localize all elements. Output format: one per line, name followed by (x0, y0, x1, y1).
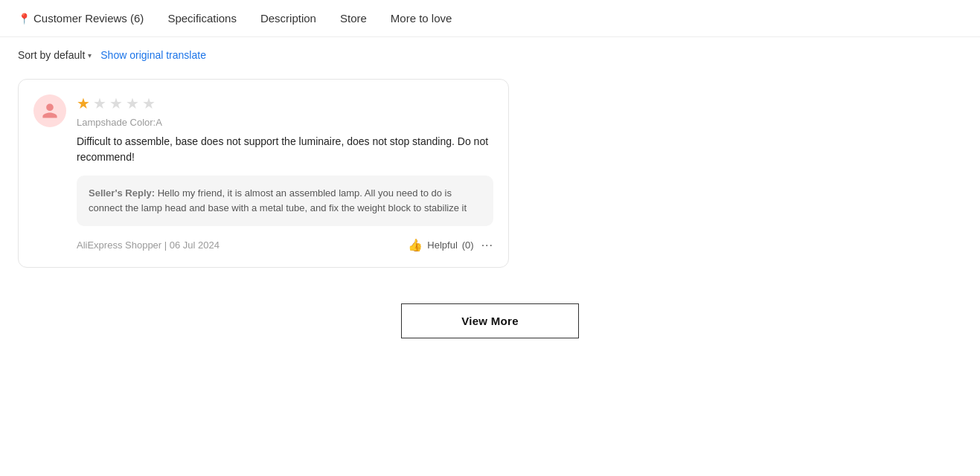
seller-reply: Seller's Reply: Hello my friend, it is a… (77, 176, 493, 226)
controls-row: Sort by default ▾ Show original translat… (0, 37, 980, 67)
review-text: Difficult to assemble, base does not sup… (77, 134, 493, 165)
nav-specifications[interactable]: Specifications (167, 12, 237, 25)
chevron-down-icon: ▾ (88, 51, 92, 60)
sort-dropdown[interactable]: Sort by default ▾ (18, 49, 92, 61)
seller-reply-content: Seller's Reply: Hello my friend, it is a… (89, 187, 467, 213)
helpful-actions: 👍 Helpful (0) ··· (408, 238, 493, 252)
star-4: ★ (126, 94, 139, 112)
review-card: ★ ★ ★ ★ ★ Lampshade Color:A Difficult to… (18, 79, 509, 268)
nav-description[interactable]: Description (260, 12, 316, 25)
top-navigation: 📍 Customer Reviews (6) Specifications De… (0, 0, 980, 37)
user-icon (41, 102, 59, 120)
avatar (33, 94, 66, 127)
nav-store[interactable]: Store (340, 12, 367, 25)
star-2: ★ (93, 94, 106, 112)
thumbs-up-icon: 👍 (408, 238, 423, 252)
view-more-button[interactable]: View More (401, 303, 579, 338)
review-footer: AliExpress Shopper | 06 Jul 2024 👍 Helpf… (77, 238, 493, 252)
review-content: ★ ★ ★ ★ ★ Lampshade Color:A Difficult to… (77, 94, 493, 252)
reviewer-info: AliExpress Shopper | 06 Jul 2024 (77, 239, 220, 251)
view-more-container: View More (0, 280, 980, 356)
product-variant: Lampshade Color:A (77, 117, 493, 128)
pin-icon: 📍 (18, 13, 31, 25)
show-original-translate-link[interactable]: Show original translate (100, 49, 206, 61)
more-options-button[interactable]: ··· (481, 239, 493, 252)
seller-reply-label: Seller's Reply: (89, 187, 155, 199)
helpful-button[interactable]: 👍 Helpful (0) (408, 238, 473, 252)
star-5: ★ (142, 94, 156, 112)
reviews-area: ★ ★ ★ ★ ★ Lampshade Color:A Difficult to… (0, 67, 980, 280)
star-3: ★ (109, 94, 123, 112)
review-header: ★ ★ ★ ★ ★ Lampshade Color:A Difficult to… (33, 94, 493, 252)
nav-more-to-love[interactable]: More to love (391, 12, 452, 25)
nav-customer-reviews[interactable]: 📍 Customer Reviews (6) (18, 12, 144, 25)
star-rating: ★ ★ ★ ★ ★ (77, 94, 493, 112)
star-1: ★ (77, 94, 90, 112)
